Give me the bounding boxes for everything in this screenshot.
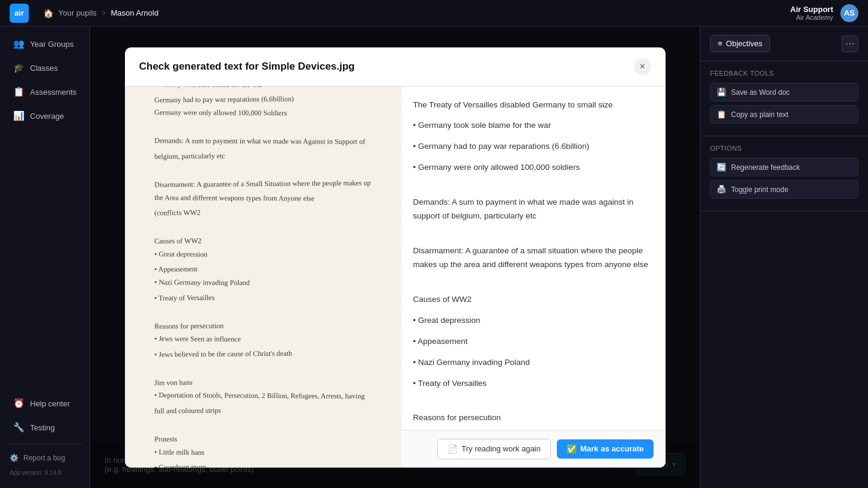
more-options-button[interactable]: ⋯	[842, 35, 858, 52]
sidebar-label-testing: Testing	[30, 423, 55, 432]
handwriting-line: full and coloured strips	[154, 403, 371, 418]
report-bug-label: Report a bug	[23, 454, 65, 462]
modal-header: Check generated text for Simple Devices.…	[125, 47, 666, 86]
toggle-print-label: Toggle print mode	[731, 185, 788, 194]
sidebar-label-year-groups: Year Groups	[30, 40, 74, 49]
try-reading-icon: 📄	[448, 444, 458, 454]
coverage-icon: 📊	[13, 110, 24, 121]
handwriting-line: • Appeasement	[154, 262, 371, 277]
sidebar-divider	[7, 444, 82, 444]
save-word-label: Save as Word doc	[731, 88, 790, 97]
modal-body: The Treaty of Versailles disabled German…	[125, 86, 666, 468]
topbar: air 🏠 Your pupils > Mason Arnold Air Sup…	[0, 0, 868, 26]
sidebar-label-classes: Classes	[30, 64, 58, 73]
extracted-text-line: • Germany had to pay war reparations (6.…	[413, 140, 654, 154]
objectives-label: Objectives	[726, 39, 763, 48]
objectives-icon: ≡	[718, 39, 723, 48]
sidebar-label-coverage: Coverage	[30, 112, 64, 121]
print-icon: 🖨️	[717, 185, 726, 194]
copy-text-action[interactable]: 📋 Copy as plain text	[710, 105, 858, 124]
help-icon: ⏰	[13, 398, 24, 409]
handwriting-content: The Treaty of Versailles disabled German…	[142, 86, 383, 468]
sidebar: 👥Year Groups🎓Classes📋Assessments📊Coverag…	[0, 26, 90, 488]
user-org: Air Academy	[791, 14, 834, 21]
regen-icon: 🔄	[717, 163, 726, 172]
bug-icon: ⚙️	[10, 454, 19, 462]
mark-accurate-icon: ✅	[566, 444, 577, 454]
handwriting-line: Demands: A sum to payment in what we mad…	[154, 135, 371, 149]
breadcrumb-sep: >	[102, 8, 106, 17]
options-title: Options	[710, 145, 858, 152]
mark-accurate-button[interactable]: ✅ Mark as accurate	[557, 439, 654, 459]
handwriting-line: • Little milk hans	[154, 446, 371, 460]
save-word-icon: 💾	[717, 88, 726, 97]
extracted-text-line: Causes of WW2	[413, 293, 654, 307]
modal-extracted-text: The Treaty of Versailles disabled German…	[401, 86, 666, 430]
modal-text-panel: The Treaty of Versailles disabled German…	[401, 86, 666, 468]
home-icon: 🏠	[43, 8, 53, 18]
version-text: App version: 9.14.8	[0, 467, 90, 478]
feedback-tools-title: Feedback tools	[710, 70, 858, 77]
breadcrumb-home[interactable]: Your pupils	[58, 8, 97, 17]
try-reading-label: Try reading work again	[461, 444, 541, 453]
sidebar-label-help: Help center	[30, 399, 70, 408]
more-icon: ⋯	[845, 38, 855, 49]
content-area: Check generated text for Simple Devices.…	[90, 26, 700, 488]
handwriting-line: the Area and different weapons types fro…	[154, 191, 371, 205]
sidebar-item-testing[interactable]: 🔧 Testing	[4, 416, 86, 439]
handwriting-line: Reasons for persecution	[154, 318, 371, 333]
sidebar-item-assessments[interactable]: 📋Assessments	[4, 80, 86, 103]
modal-image-panel: The Treaty of Versailles disabled German…	[125, 86, 401, 468]
testing-icon: 🔧	[13, 422, 24, 433]
extracted-text-line: • Great depression	[413, 314, 654, 328]
extracted-text-line: Reasons for persecution	[413, 411, 654, 425]
handwriting-image: The Treaty of Versailles disabled German…	[125, 86, 401, 468]
sidebar-label-assessments: Assessments	[30, 88, 76, 97]
sidebar-nav: 👥Year Groups🎓Classes📋Assessments📊Coverag…	[0, 31, 90, 128]
handwriting-line: • Jews were Seen as influence	[154, 333, 371, 346]
breadcrumb: 🏠 Your pupils > Mason Arnold	[43, 8, 159, 18]
sidebar-item-year-groups[interactable]: 👥Year Groups	[4, 32, 86, 55]
year-groups-icon: 👥	[13, 38, 24, 49]
user-name: Air Support	[791, 5, 834, 14]
handwriting-line: • Great depression	[154, 248, 371, 262]
extracted-text-line: • Nazi Germany invading Poland	[413, 356, 654, 370]
handwriting-line: Protests	[154, 431, 371, 446]
handwriting-line: • Greenburg mum	[154, 460, 371, 468]
mark-accurate-label: Mark as accurate	[580, 444, 644, 453]
avatar[interactable]: AS	[840, 4, 858, 22]
logo-box: air	[10, 4, 29, 23]
sidebar-item-classes[interactable]: 🎓Classes	[4, 56, 86, 79]
main-layout: 👥Year Groups🎓Classes📋Assessments📊Coverag…	[0, 26, 868, 488]
handwriting-line: • Deportation of Stools, Persecution, 2 …	[154, 389, 371, 403]
handwriting-line: • Jews believed to be the cause of Chris…	[154, 346, 371, 361]
user-info: Air Support Air Academy	[791, 5, 834, 21]
save-word-action[interactable]: 💾 Save as Word doc	[710, 83, 858, 101]
handwriting-line: Jim von hans	[154, 375, 371, 390]
handwriting-line: • Nazi Germany invading Poland	[154, 276, 371, 290]
breadcrumb-current: Mason Arnold	[111, 8, 159, 17]
try-reading-button[interactable]: 📄 Try reading work again	[437, 439, 551, 459]
report-bug-btn[interactable]: ⚙️ Report a bug	[0, 449, 90, 467]
classes-icon: 🎓	[13, 62, 24, 73]
options-section: Options 🔄 Regenerate feedback 🖨️ Toggle …	[700, 136, 868, 211]
extracted-text-line: • Treaty of Versailles	[413, 377, 654, 391]
modal-title: Check generated text for Simple Devices.…	[139, 61, 355, 73]
extracted-text-line: • Germany were only allowed 100,000 sold…	[413, 161, 654, 175]
toggle-print-action[interactable]: 🖨️ Toggle print mode	[710, 180, 858, 199]
objectives-button[interactable]: ≡ Objectives	[710, 35, 770, 52]
regen-feedback-action[interactable]: 🔄 Regenerate feedback	[710, 158, 858, 176]
right-panel-header: ≡ Objectives ⋯	[700, 26, 868, 61]
handwriting-line: Germany took Sale blame for the war	[154, 86, 371, 92]
sidebar-item-coverage[interactable]: 📊Coverage	[4, 104, 86, 127]
extracted-text-line: Demands: A sum to payment in what we mad…	[413, 196, 654, 223]
right-panel: ≡ Objectives ⋯ Feedback tools 💾 Save as …	[700, 26, 868, 488]
modal: Check generated text for Simple Devices.…	[125, 47, 666, 468]
handwriting-line: Disarmament: A guarantee of a Small Situ…	[154, 176, 371, 191]
regen-label: Regenerate feedback	[731, 163, 800, 172]
modal-close-button[interactable]: ×	[634, 58, 651, 75]
assessments-icon: 📋	[13, 86, 24, 97]
app-logo: air	[10, 4, 29, 23]
sidebar-item-help[interactable]: ⏰ Help center	[4, 392, 86, 415]
modal-footer: 📄 Try reading work again ✅ Mark as accur…	[401, 430, 666, 468]
